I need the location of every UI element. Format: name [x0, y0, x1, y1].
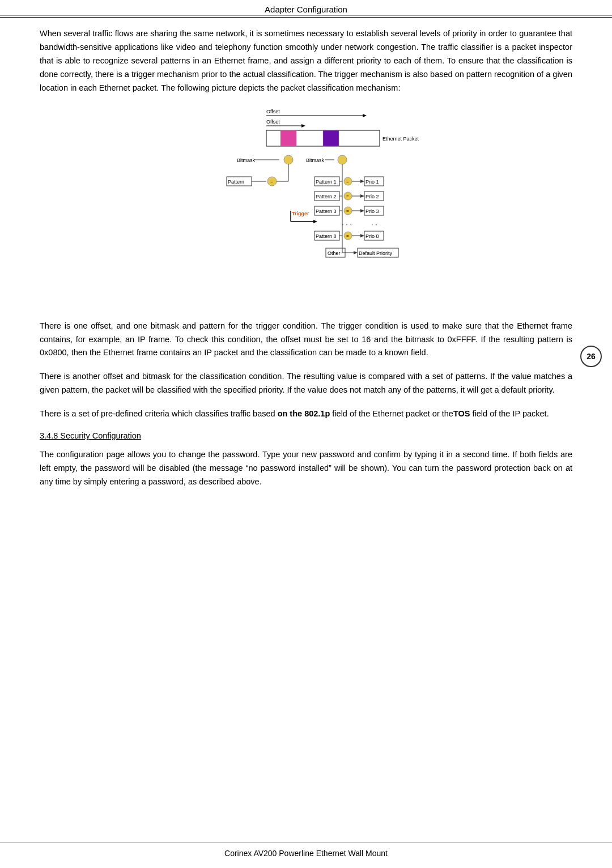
top-border: [0, 17, 612, 18]
content-area: When several traffic flows are sharing t…: [0, 27, 612, 489]
prio8-label: Prio 8: [366, 233, 379, 239]
svg-text:·  ·  ·: · · ·: [342, 220, 352, 228]
other-label: Other: [328, 250, 341, 256]
body-paragraph-3: There is a set of pre-defined criteria w…: [40, 407, 572, 421]
svg-point-9: [284, 155, 293, 164]
svg-text:=: =: [270, 179, 273, 184]
page-number-badge: 26: [580, 346, 602, 367]
svg-marker-44: [313, 220, 317, 223]
svg-rect-6: [323, 130, 339, 146]
bitmask-label2: Bitmask: [306, 158, 325, 163]
prio2-label: Prio 2: [366, 194, 379, 199]
diagram: Offset Offset Ethernet Packet: [170, 105, 442, 309]
body-paragraph-1: There is one offset, and one bitmask and…: [40, 320, 572, 360]
page-container: Adapter Configuration When several traff…: [0, 0, 612, 868]
page-header: Adapter Configuration: [265, 0, 347, 16]
pattern2-label: Pattern 2: [316, 194, 337, 199]
pattern1-label: Pattern 1: [316, 179, 337, 185]
offset-label2: Offset: [266, 119, 280, 125]
svg-marker-32: [360, 194, 364, 198]
pattern8-label: Pattern 8: [316, 233, 337, 239]
svg-rect-5: [280, 130, 296, 146]
svg-marker-59: [354, 251, 358, 254]
body-paragraph-4: The configuration page allows you to cha…: [40, 448, 572, 489]
offset-label1: Offset: [266, 109, 280, 114]
default-priority-label: Default Priority: [359, 250, 393, 256]
svg-marker-53: [360, 234, 364, 237]
section-heading: 3.4.8 Security Configuration: [40, 431, 572, 440]
pattern3-label: Pattern 3: [316, 209, 337, 214]
ethernet-packet-label: Ethernet Packet: [382, 136, 419, 142]
svg-point-11: [338, 155, 347, 164]
svg-marker-1: [363, 114, 367, 117]
pattern-label: Pattern: [228, 179, 244, 185]
bitmask-label1: Bitmask: [237, 158, 256, 163]
prio3-label: Prio 3: [366, 209, 379, 214]
svg-marker-40: [360, 209, 364, 212]
svg-text:=: =: [346, 209, 349, 214]
svg-text:=: =: [346, 194, 349, 199]
prio1-label: Prio 1: [366, 179, 379, 185]
footer-text: Corinex AV200 Powerline Ethernet Wall Mo…: [0, 849, 612, 858]
intro-paragraph: When several traffic flows are sharing t…: [40, 27, 572, 95]
diagram-container: Offset Offset Ethernet Packet: [40, 105, 572, 309]
svg-text:·  ·: · ·: [371, 220, 377, 228]
svg-marker-3: [301, 124, 305, 127]
svg-text:=: =: [346, 179, 349, 184]
body-paragraph-2: There is another offset and bitmask for …: [40, 370, 572, 397]
footer-line: [0, 842, 612, 843]
svg-marker-24: [360, 180, 364, 183]
svg-text:=: =: [346, 233, 349, 239]
diagram-svg: Offset Offset Ethernet Packet: [170, 105, 442, 309]
trigger-label: Trigger: [292, 211, 309, 216]
